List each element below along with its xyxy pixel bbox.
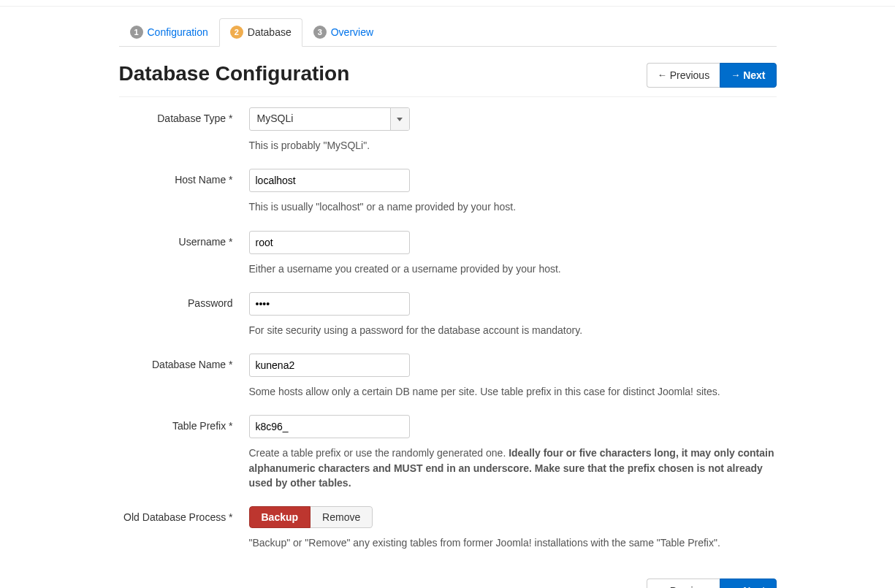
previous-button-bottom[interactable]: ← Previous [647,579,720,588]
old-db-process-help: "Backup" or "Remove" any existing tables… [249,535,777,550]
bottom-nav-buttons: ← Previous → Next [647,579,777,588]
table-prefix-help: Create a table prefix or use the randoml… [249,446,777,490]
step-label: Overview [331,26,373,38]
host-name-label: Host Name * [119,169,249,214]
table-prefix-input[interactable] [249,415,410,438]
step-label: Database [248,26,292,38]
host-name-help: This is usually "localhost" or a name pr… [249,199,777,214]
arrow-right-icon: → [731,584,740,588]
db-type-select[interactable]: MySQLi [249,107,410,131]
dropdown-toggle[interactable] [390,108,409,130]
arrow-right-icon: → [731,68,740,83]
table-prefix-label: Table Prefix * [119,415,249,490]
next-label: Next [743,68,765,83]
tab-database[interactable]: 2 Database [219,18,302,47]
db-type-label: Database Type * [119,107,249,153]
step-number-badge: 1 [130,26,143,39]
wizard-step-tabs: 1 Configuration 2 Database 3 Overview [119,18,777,47]
tab-configuration[interactable]: 1 Configuration [119,18,219,47]
username-help: Either a username you created or a usern… [249,261,777,276]
remove-option[interactable]: Remove [311,506,373,528]
next-label: Next [743,584,765,588]
password-label: Password [119,292,249,337]
next-button-bottom[interactable]: → Next [720,579,776,588]
old-db-process-toggle: Backup Remove [249,506,373,528]
username-input[interactable] [249,231,410,254]
db-name-help: Some hosts allow only a certain DB name … [249,384,777,399]
username-label: Username * [119,231,249,276]
next-button[interactable]: → Next [720,63,776,88]
step-number-badge: 2 [230,26,243,39]
previous-label: Previous [670,584,709,588]
db-type-help: This is probably "MySQLi". [249,138,777,153]
arrow-left-icon: ← [658,584,667,588]
previous-label: Previous [670,68,709,83]
old-db-process-label: Old Database Process * [119,506,249,550]
password-help: For site security using a password for t… [249,323,777,337]
table-prefix-help-text: Create a table prefix or use the randoml… [249,447,509,459]
tab-overview[interactable]: 3 Overview [302,18,384,47]
db-type-value: MySQLi [250,108,390,130]
host-name-input[interactable] [249,169,410,192]
page-title: Database Configuration [119,63,350,85]
chevron-down-icon [397,118,403,121]
db-name-label: Database Name * [119,354,249,399]
step-number-badge: 3 [313,26,327,39]
db-name-input[interactable] [249,354,410,377]
password-input[interactable] [249,292,410,316]
backup-option[interactable]: Backup [249,506,311,528]
arrow-left-icon: ← [658,68,667,83]
step-label: Configuration [148,26,208,38]
top-nav-buttons: ← Previous → Next [647,63,777,88]
previous-button[interactable]: ← Previous [647,63,720,88]
